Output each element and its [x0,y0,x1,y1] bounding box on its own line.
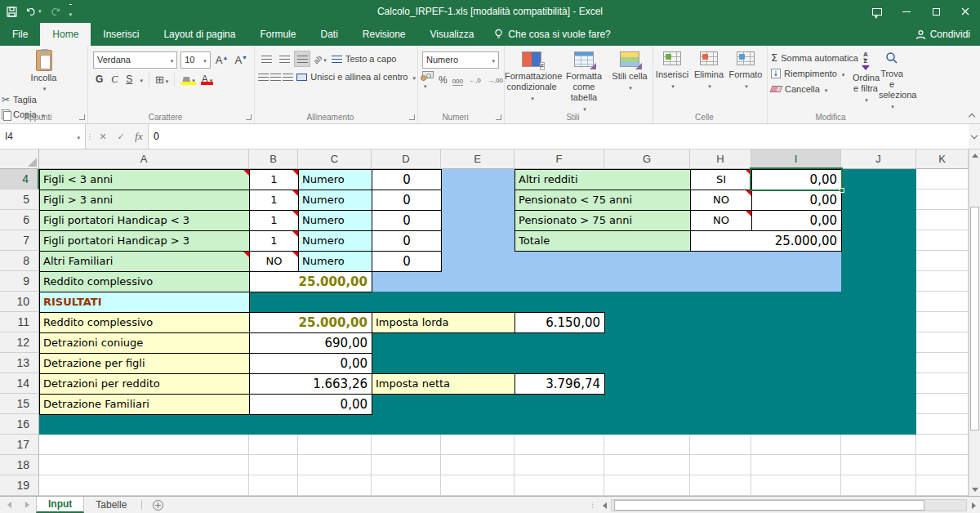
column-header-F[interactable]: F [514,149,604,169]
row-header-15[interactable]: 15 [0,394,39,414]
cell-J17[interactable] [841,435,916,455]
cell-F14[interactable]: 3.796,74 [514,373,605,395]
cell-A18[interactable] [39,455,249,475]
close-button[interactable] [951,0,980,23]
tab-revisione[interactable]: Revisione [350,23,418,46]
cell-B11:C11[interactable]: 25.000,00 [249,312,372,333]
cell-H19[interactable] [690,475,751,496]
cell-B7[interactable]: 1 [249,230,299,252]
column-header-J[interactable]: J [841,149,916,169]
dialog-launcher-icon[interactable] [409,114,415,120]
row-header-19[interactable]: 19 [0,475,39,496]
cell-F4:G4[interactable]: Altri redditi [514,169,691,190]
name-box-caret-icon[interactable] [75,131,80,142]
cell-F6:G6[interactable]: Pensionato > 75 anni [514,210,691,231]
decrease-decimal-button[interactable]: →,00 [487,77,504,84]
autosum-button[interactable]: Somma automatica [768,50,853,65]
column-header-C[interactable]: C [298,149,372,169]
cell-A8[interactable]: Altri Familiari [39,251,250,272]
enter-icon[interactable] [112,132,130,142]
sheet-tab-input[interactable]: Input [36,497,84,513]
cell-B6[interactable]: 1 [249,210,299,231]
row-header-17[interactable]: 17 [0,435,39,455]
horizontal-scroll-thumb[interactable] [614,500,924,511]
cell-K14[interactable] [916,373,969,394]
shrink-font-button[interactable]: A▼ [233,54,249,66]
percent-style-button[interactable] [439,74,448,86]
cell-B15:C15[interactable]: 0,00 [249,394,372,415]
cut-button[interactable]: Taglia [0,92,87,107]
cell-F19[interactable] [514,475,604,496]
row-header-13[interactable]: 13 [0,353,39,373]
cell-K10[interactable] [916,292,969,312]
tab-home[interactable]: Home [40,23,91,46]
cell-K19[interactable] [916,475,969,496]
cell-H18[interactable] [690,455,751,475]
cell-E19[interactable] [441,475,514,496]
cell-D11:E11[interactable]: Imposta lorda [372,312,515,333]
sort-filter-button[interactable]: AZ Ordina e filtra [853,50,879,104]
align-middle-button[interactable] [276,51,292,67]
cell-C18[interactable] [298,455,372,475]
collapse-ribbon-button[interactable] [969,112,975,118]
column-header-B[interactable]: B [249,149,298,169]
bold-button[interactable]: G [93,74,105,85]
cell-D4[interactable]: 0 [372,169,442,190]
row-header-5[interactable]: 5 [0,190,39,210]
tab-dati[interactable]: Dati [308,23,350,46]
cell-A14[interactable]: Detrazioni per reddito [39,373,250,395]
cell-A12[interactable]: Detrazioni coniuge [39,332,250,354]
tab-visualizza[interactable]: Visualizza [418,23,487,46]
cell-C17[interactable] [298,435,372,455]
vertical-scrollbar[interactable] [969,149,980,496]
cell-I6[interactable]: 0,00 [751,210,842,231]
cell-I5[interactable]: 0,00 [751,190,842,211]
row-header-10[interactable]: 10 [0,292,39,312]
cell-D19[interactable] [372,475,441,496]
name-box[interactable]: I4 [0,124,86,149]
cell-B12:C12[interactable]: 690,00 [249,332,372,354]
cell-I18[interactable] [751,455,841,475]
cell-K6[interactable] [916,210,969,230]
align-top-button[interactable] [258,51,274,67]
cell-I19[interactable] [751,475,841,496]
row-header-12[interactable]: 12 [0,332,39,353]
font-color-button[interactable]: A [200,74,215,85]
row-header-11[interactable]: 11 [0,312,39,332]
cell-C7[interactable]: Numero [298,230,372,252]
cell-K4[interactable] [916,169,969,190]
dialog-launcher-icon[interactable] [496,114,501,120]
sheet-tab-tabelle[interactable]: Tabelle [84,497,138,513]
previous-sheet-icon[interactable] [0,497,18,513]
format-as-table-button[interactable]: Formatta come tabella [559,50,609,113]
scrollbar-resize-handle[interactable]: ⁞ [586,502,598,510]
column-header-H[interactable]: H [690,149,751,169]
formula-input[interactable]: 0 [149,124,969,149]
dialog-launcher-icon[interactable] [79,114,85,120]
fill-button[interactable]: Riempimento [768,65,853,81]
cell-A19[interactable] [39,475,249,496]
cell-B9:C9[interactable]: 25.000,00 [249,271,372,292]
column-header-D[interactable]: D [372,149,441,169]
new-sheet-button[interactable] [145,497,170,513]
tell-me-box[interactable]: Che cosa si vuole fare? [494,23,610,46]
conditional-formatting-button[interactable]: ≠ Formattazione condizionale [505,50,559,102]
cell-H5[interactable]: NO [690,190,752,211]
cell-C5[interactable]: Numero [298,190,372,211]
cell-J19[interactable] [841,475,916,496]
vertical-scroll-thumb[interactable] [970,207,979,430]
next-sheet-icon[interactable] [18,497,36,513]
underline-button[interactable]: S [123,74,135,85]
column-header-E[interactable]: E [441,149,514,169]
row-header-4[interactable]: 4 [0,169,39,190]
cell-A6[interactable]: Figli portatori Handicap < 3 [39,210,250,231]
cell-D17[interactable] [372,435,441,455]
delete-cells-button[interactable]: Elimina [691,50,727,90]
cell-H17[interactable] [690,435,751,455]
cell-K12[interactable] [916,332,969,353]
cell-C4[interactable]: Numero [298,169,372,190]
cell-B13:C13[interactable]: 0,00 [249,353,372,374]
cell-styles-button[interactable]: Stili cella [609,50,650,91]
horizontal-scrollbar[interactable]: ⁞ [586,497,980,513]
number-format-combo[interactable]: Numero [422,51,499,69]
